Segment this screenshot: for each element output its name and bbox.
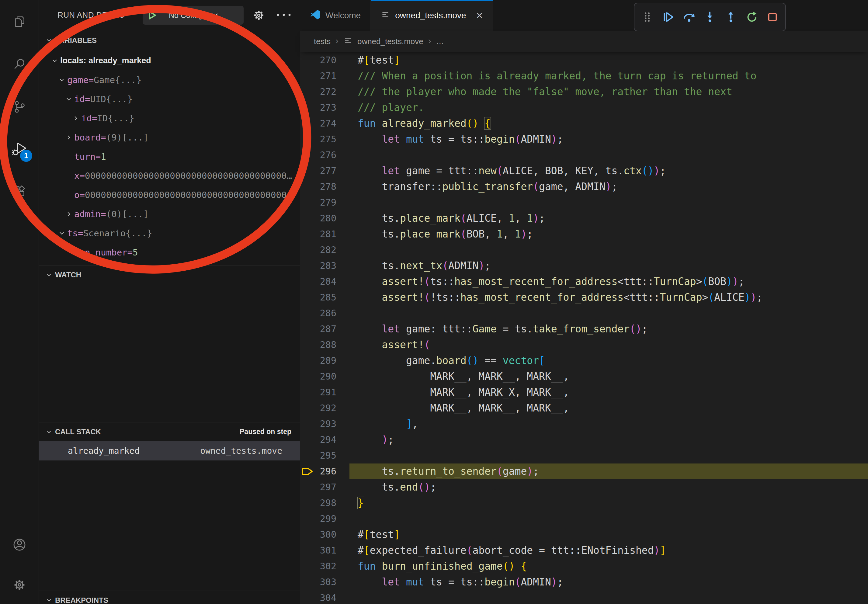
code-line[interactable]: 288assert!( xyxy=(300,337,868,353)
line-number[interactable]: 281 xyxy=(300,226,358,242)
code-line[interactable]: 271/// When a position is already marked… xyxy=(300,68,868,84)
line-number[interactable]: 287 xyxy=(300,321,358,337)
start-debug-icon[interactable] xyxy=(143,6,162,25)
line-number[interactable]: 291 xyxy=(300,384,358,400)
more-actions-icon[interactable] xyxy=(276,13,292,18)
line-number[interactable]: 299 xyxy=(300,511,358,527)
line-number[interactable]: 278 xyxy=(300,179,358,195)
code-line[interactable]: 285assert!(!ts::has_most_recent_for_addr… xyxy=(300,290,868,305)
settings-gear-icon[interactable] xyxy=(0,566,39,604)
chevron-down-icon[interactable] xyxy=(56,77,67,83)
chevron-right-icon[interactable] xyxy=(63,211,74,217)
call-stack-section-header[interactable]: CALL STACK Paused on step xyxy=(39,422,300,441)
code-line[interactable]: 302fun burn_unfinished_game() { xyxy=(300,558,868,574)
explorer-icon[interactable] xyxy=(0,2,39,41)
code-line[interactable]: 281ts.place_mark(BOB, 1, 1); xyxy=(300,226,868,242)
chevron-down-icon[interactable] xyxy=(56,230,67,236)
code-line[interactable]: 274fun already_marked() { xyxy=(300,116,868,132)
variable-row[interactable]: x = 000000000000000000000000000000000000… xyxy=(39,166,300,185)
toolbar-gripper-icon[interactable] xyxy=(638,8,656,26)
run-and-debug-icon[interactable]: 1 xyxy=(0,130,39,168)
chevron-right-icon[interactable] xyxy=(70,115,81,121)
variable-row[interactable]: game = Game{...} xyxy=(39,70,300,90)
line-number[interactable]: 286 xyxy=(300,305,358,321)
code-line[interactable]: 290MARK__, MARK__, MARK__, xyxy=(300,369,868,384)
code-line[interactable]: 291MARK__, MARK_X, MARK__, xyxy=(300,384,868,400)
step-out-button[interactable] xyxy=(722,8,740,26)
continue-button[interactable] xyxy=(659,8,677,26)
code-line[interactable]: 272/// the player who made the "false" m… xyxy=(300,84,868,100)
line-number[interactable]: 292 xyxy=(300,400,358,416)
variable-row[interactable]: turn = 1 xyxy=(39,147,300,166)
chevron-down-icon[interactable] xyxy=(49,58,60,64)
line-number[interactable]: 276 xyxy=(300,147,358,163)
source-control-icon[interactable] xyxy=(0,88,39,126)
code-line[interactable]: 282 xyxy=(300,242,868,258)
line-number[interactable]: 298 xyxy=(300,495,358,511)
search-icon[interactable] xyxy=(0,45,39,83)
breadcrumb-item[interactable]: tests xyxy=(314,37,330,46)
code-line[interactable]: 284assert!(ts::has_most_recent_for_addre… xyxy=(300,274,868,290)
variable-row[interactable]: id = ID{...} xyxy=(39,108,300,128)
tab-owned-tests[interactable]: owned_tests.move ✕ xyxy=(371,0,493,31)
variable-row[interactable]: id = UID{...} xyxy=(39,90,300,108)
line-number[interactable]: 302 xyxy=(300,558,358,574)
breadcrumb-item[interactable]: owned_tests.move xyxy=(357,37,423,46)
line-number[interactable]: 272 xyxy=(300,84,358,100)
line-number[interactable]: 273 xyxy=(300,100,358,116)
restart-button[interactable] xyxy=(742,8,761,26)
close-icon[interactable]: ✕ xyxy=(476,11,483,21)
call-stack-frame[interactable]: already_marked owned_tests.move xyxy=(39,441,300,460)
code-line[interactable]: 292MARK__, MARK__, MARK__, xyxy=(300,400,868,416)
line-number[interactable]: 270 xyxy=(300,52,358,68)
variable-row[interactable]: locals: already_marked xyxy=(39,51,300,70)
line-number[interactable]: 297 xyxy=(300,479,358,495)
line-number[interactable]: 304 xyxy=(300,590,358,604)
account-icon[interactable] xyxy=(0,525,39,564)
stop-button[interactable] xyxy=(763,8,782,26)
code-line[interactable]: 275let mut ts = ts::begin(ADMIN); xyxy=(300,132,868,147)
code-line[interactable]: 286 xyxy=(300,305,868,321)
variable-row[interactable]: ts = Scenario{...} xyxy=(39,223,300,243)
code-line[interactable]: 300#[test] xyxy=(300,527,868,542)
line-number[interactable]: 277 xyxy=(300,163,358,179)
line-number[interactable]: 293 xyxy=(300,416,358,432)
variable-row[interactable]: txn_number = 5 xyxy=(39,243,300,262)
code-line[interactable]: 297ts.end(); xyxy=(300,479,868,495)
variable-row[interactable]: admin = (0)[...] xyxy=(39,204,300,223)
code-line[interactable]: 279 xyxy=(300,195,868,211)
line-number[interactable]: 289 xyxy=(300,353,358,369)
line-number[interactable]: 301 xyxy=(300,542,358,558)
line-number[interactable]: 296 xyxy=(300,463,358,479)
line-number[interactable]: 290 xyxy=(300,369,358,384)
code-line[interactable]: 280ts.place_mark(ALICE, 1, 1); xyxy=(300,211,868,226)
code-line[interactable]: 283ts.next_tx(ADMIN); xyxy=(300,258,868,274)
code-line[interactable]: 303let mut ts = ts::begin(ADMIN); xyxy=(300,574,868,590)
line-number[interactable]: 279 xyxy=(300,195,358,211)
code-editor[interactable]: 270#[test]271/// When a position is alre… xyxy=(300,52,868,604)
debug-config-dropdown[interactable]: No Configur xyxy=(143,6,243,25)
code-line[interactable]: 278transfer::public_transfer(game, ADMIN… xyxy=(300,179,868,195)
code-line[interactable]: 270#[test] xyxy=(300,52,868,68)
line-number[interactable]: 300 xyxy=(300,527,358,542)
extensions-icon[interactable] xyxy=(0,172,39,211)
chevron-right-icon[interactable] xyxy=(63,135,74,141)
step-into-button[interactable] xyxy=(701,8,719,26)
code-line[interactable]: 295 xyxy=(300,448,868,463)
variable-row[interactable]: o = 000000000000000000000000000000000000… xyxy=(39,185,300,204)
code-line[interactable]: 273/// player. xyxy=(300,100,868,116)
line-number[interactable]: 288 xyxy=(300,337,358,353)
variable-row[interactable]: board = (9)[...] xyxy=(39,128,300,147)
code-line[interactable]: 301#[expected_failure(abort_code = ttt::… xyxy=(300,542,868,558)
code-line[interactable]: 276 xyxy=(300,147,868,163)
code-line[interactable]: 298} xyxy=(300,495,868,511)
line-number[interactable]: 274 xyxy=(300,116,358,132)
code-line[interactable]: 294); xyxy=(300,432,868,448)
line-number[interactable]: 275 xyxy=(300,132,358,147)
line-number[interactable]: 285 xyxy=(300,290,358,305)
code-line[interactable]: 296ts.return_to_sender(game); xyxy=(300,463,868,479)
code-line[interactable]: 304 xyxy=(300,590,868,604)
chevron-down-icon[interactable] xyxy=(63,96,74,102)
code-line[interactable]: 287let game: ttt::Game = ts.take_from_se… xyxy=(300,321,868,337)
code-line[interactable]: 293], xyxy=(300,416,868,432)
